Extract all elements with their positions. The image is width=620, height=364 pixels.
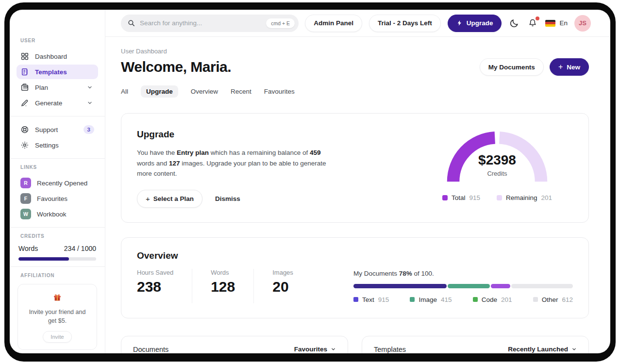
upgrade-button[interactable]: Upgrade xyxy=(448,15,502,32)
templates-card-header: Templates Recently Launched xyxy=(362,336,588,353)
sidebar-divider xyxy=(10,266,105,267)
tab-overview[interactable]: Overview xyxy=(191,85,218,98)
legend-item-text: Text 915 xyxy=(353,296,389,303)
my-documents-button[interactable]: My Documents xyxy=(480,58,544,76)
page-title: Welcome, Maria. xyxy=(121,59,231,75)
segment-other xyxy=(511,284,573,288)
main-content: User Dashboard Welcome, Maria. My Docume… xyxy=(105,37,610,353)
upgrade-card-actions: + Select a Plan Dismiss xyxy=(137,190,346,208)
wallet-icon xyxy=(20,83,29,92)
credits-type-label: Words xyxy=(18,245,38,252)
chevron-down-icon xyxy=(331,347,336,352)
stat-words: Words 128 xyxy=(211,269,254,303)
legend-item-image: Image 415 xyxy=(410,296,452,303)
credits-row: Words 234 / 1000 xyxy=(18,245,96,252)
notifications-button[interactable] xyxy=(527,17,538,29)
tab-upgrade[interactable]: Upgrade xyxy=(141,85,178,98)
search-shortcut-badge: cmd + E xyxy=(266,18,295,28)
sidebar-item-label: Workbook xyxy=(37,211,94,218)
page-header: Welcome, Maria. My Documents + New xyxy=(121,58,589,76)
select-plan-button[interactable]: + Select a Plan xyxy=(137,190,202,208)
overview-card: Overview Hours Saved 238 Words 128 Image… xyxy=(121,237,589,318)
topbar-actions: Admin Panel Trial - 2 Days Left Upgrade … xyxy=(305,15,591,32)
search-bar[interactable]: cmd + E xyxy=(121,15,299,32)
new-button-label: New xyxy=(567,64,580,71)
tab-all[interactable]: All xyxy=(121,85,128,98)
stacked-progress-bar xyxy=(353,284,573,288)
german-flag-icon xyxy=(545,20,555,27)
stat-hours-saved: Hours Saved 238 xyxy=(137,269,192,303)
invite-button[interactable]: Invite xyxy=(43,331,72,343)
breadcrumb: User Dashboard xyxy=(121,48,589,55)
legend-label: Remaining xyxy=(506,194,537,201)
credits-progress-track xyxy=(18,257,96,261)
templates-doc-icon xyxy=(20,67,29,76)
language-selector[interactable]: En xyxy=(545,19,568,27)
link-initial-badge: F xyxy=(20,193,31,204)
segment-image xyxy=(448,284,490,288)
dashboard-grid-icon xyxy=(20,52,29,61)
sidebar-link-workbook[interactable]: W Workbook xyxy=(17,207,98,221)
sidebar-divider xyxy=(10,227,105,228)
main-column: cmd + E Admin Panel Trial - 2 Days Left … xyxy=(105,10,610,353)
bottom-cards-row: Documents Favourites Untitled Document i… xyxy=(121,336,589,353)
sidebar-section-affiliation: AFFILIATION xyxy=(20,273,98,278)
sidebar-item-label: Favourites xyxy=(37,195,94,202)
sidebar-item-label: Generate xyxy=(35,99,80,107)
chevron-down-icon xyxy=(571,347,577,352)
new-button[interactable]: + New xyxy=(550,58,589,76)
tab-favourites[interactable]: Favourites xyxy=(264,85,295,98)
pencil-icon xyxy=(20,99,29,107)
sidebar-divider xyxy=(10,116,105,116)
topbar: cmd + E Admin Panel Trial - 2 Days Left … xyxy=(105,10,610,37)
lightning-bolt-icon xyxy=(456,19,463,27)
trial-status-button[interactable]: Trial - 2 Days Left xyxy=(369,15,441,32)
sidebar-item-generate[interactable]: Generate xyxy=(17,96,98,110)
gauge-value: $2398 xyxy=(444,152,551,168)
gauge-center-text: $2398 Credits xyxy=(444,152,551,177)
sidebar-item-dashboard[interactable]: Dashboard xyxy=(17,49,98,64)
sidebar-divider xyxy=(10,158,105,159)
gift-icon xyxy=(52,292,62,302)
templates-card: Templates Recently Launched Blog Post Ti… xyxy=(362,336,589,353)
sidebar-item-templates[interactable]: Templates xyxy=(17,65,98,79)
sidebar: USER Dashboard Templates Plan Generate S… xyxy=(10,10,105,353)
stat-images: Images 20 xyxy=(272,269,312,303)
search-icon xyxy=(127,19,135,27)
overview-row: Hours Saved 238 Words 128 Images 20 xyxy=(137,269,573,303)
templates-card-title: Templates xyxy=(374,346,406,353)
theme-toggle-button[interactable] xyxy=(508,17,520,29)
upgrade-button-label: Upgrade xyxy=(467,19,493,27)
legend-item-total: Total 915 xyxy=(442,194,480,201)
sidebar-link-recently-opened[interactable]: R Recently Opened xyxy=(17,176,98,190)
sidebar-item-plan[interactable]: Plan xyxy=(17,80,98,95)
sidebar-item-label: Recently Opened xyxy=(37,180,94,187)
support-count-badge: 3 xyxy=(84,125,94,134)
search-input[interactable] xyxy=(140,19,262,27)
sidebar-item-label: Dashboard xyxy=(35,53,94,60)
documents-card: Documents Favourites Untitled Document i… xyxy=(121,336,348,353)
admin-panel-button[interactable]: Admin Panel xyxy=(305,15,362,32)
filter-tabs: All Upgrade Overview Recent Favourites xyxy=(121,85,589,98)
credits-gauge: $2398 Credits xyxy=(444,129,551,186)
user-avatar[interactable]: JS xyxy=(574,15,591,32)
templates-filter-dropdown[interactable]: Recently Launched xyxy=(508,346,577,353)
header-actions: My Documents + New xyxy=(480,58,589,76)
overview-stats: Hours Saved 238 Words 128 Images 20 xyxy=(137,269,330,303)
sidebar-item-label: Templates xyxy=(35,68,94,76)
legend-item-other: Other 612 xyxy=(533,296,573,303)
segment-code xyxy=(491,284,510,288)
documents-card-title: Documents xyxy=(133,346,168,353)
sidebar-item-support[interactable]: Support 3 xyxy=(17,122,98,137)
documents-filter-dropdown[interactable]: Favourites xyxy=(294,346,336,353)
link-initial-badge: R xyxy=(20,178,31,188)
sidebar-item-settings[interactable]: Settings xyxy=(17,138,98,152)
documents-progress-block: My Documents 78% of 100. Text 915 xyxy=(353,269,573,303)
lifebuoy-icon xyxy=(20,125,29,134)
sidebar-link-favourites[interactable]: F Favourites xyxy=(17,191,98,206)
dismiss-button[interactable]: Dismiss xyxy=(215,195,240,202)
legend-value: 915 xyxy=(469,194,480,201)
language-label: En xyxy=(559,19,568,27)
tab-recent[interactable]: Recent xyxy=(231,85,251,98)
chevron-down-icon xyxy=(85,84,94,90)
